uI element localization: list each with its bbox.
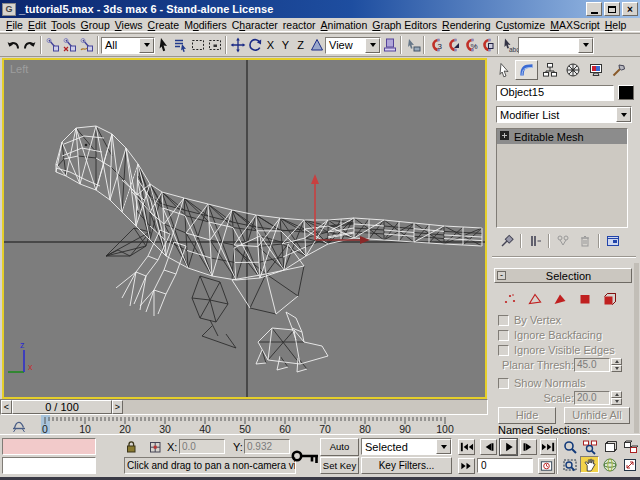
menu-edit[interactable]: Edit — [28, 19, 46, 31]
tab-display[interactable] — [584, 60, 607, 80]
pan-button[interactable] — [580, 456, 599, 473]
unhide-all-button[interactable]: Unhide All — [564, 407, 630, 424]
selection-set-arrow[interactable] — [436, 439, 451, 454]
menu-group[interactable]: Group — [81, 19, 110, 31]
select-by-name-icon[interactable] — [172, 36, 189, 54]
menu-reactor[interactable]: reactor — [283, 19, 316, 31]
scale-field[interactable]: 20.0 — [574, 391, 610, 405]
named-selection-sets-combo[interactable] — [518, 37, 594, 54]
macro-recorder-field[interactable] — [2, 438, 96, 455]
spinner-snap-icon[interactable] — [478, 36, 495, 54]
axis-x-button[interactable]: X — [263, 39, 278, 51]
tab-create[interactable] — [492, 60, 515, 80]
select-object-icon[interactable] — [155, 36, 172, 54]
hide-button[interactable]: Hide — [498, 407, 556, 424]
x-coord-field[interactable]: 0.0 — [179, 439, 225, 454]
min-max-toggle-button[interactable] — [620, 456, 639, 473]
unlink-selection-icon[interactable] — [61, 36, 78, 54]
set-key-button[interactable]: Set Key — [320, 457, 359, 474]
object-color-swatch[interactable] — [618, 85, 634, 100]
mini-curve-editor-icon[interactable] — [8, 416, 30, 433]
viewport-label[interactable]: Left — [10, 63, 28, 75]
show-normals-checkbox[interactable] — [498, 378, 509, 389]
vertex-subobject-icon[interactable] — [500, 290, 520, 307]
menu-create[interactable]: Create — [148, 19, 180, 31]
select-and-manipulate-icon[interactable] — [404, 36, 421, 54]
tab-motion[interactable] — [561, 60, 584, 80]
selection-rollout-header[interactable]: - Selection — [494, 268, 632, 283]
play-button[interactable] — [500, 439, 517, 455]
named-selection-sets-icon[interactable]: abc — [501, 36, 518, 54]
ignore-backfacing-checkbox[interactable] — [498, 330, 509, 341]
selection-filter-combo-arrow[interactable] — [139, 38, 154, 53]
selection-filter-combo[interactable]: All — [101, 37, 155, 54]
angle-snap-icon[interactable] — [444, 36, 461, 54]
previous-frame-button[interactable] — [480, 439, 497, 455]
make-unique-button[interactable] — [552, 233, 574, 250]
auto-key-button[interactable]: Auto Key — [320, 438, 359, 456]
go-to-end-button[interactable] — [540, 439, 557, 455]
selection-set-combo[interactable]: Selected — [361, 438, 452, 455]
modifier-list-arrow[interactable] — [616, 107, 631, 122]
select-and-link-icon[interactable] — [44, 36, 61, 54]
track-bar[interactable]: 0102030405060708090100 — [0, 415, 490, 434]
show-end-result-button[interactable] — [524, 233, 546, 250]
key-mode-toggle-button[interactable] — [458, 458, 475, 474]
polygon-subobject-icon[interactable] — [575, 290, 595, 307]
zoom-extents-all-button[interactable] — [620, 438, 639, 455]
scale-spinner[interactable] — [611, 391, 622, 405]
next-frame-button[interactable] — [520, 439, 537, 455]
menu-graph-editors[interactable]: Graph Editors — [372, 19, 437, 31]
menu-modifiers[interactable]: Modifiers — [184, 19, 227, 31]
arc-rotate-button[interactable] — [600, 456, 619, 473]
by-vertex-checkbox[interactable] — [498, 315, 509, 326]
window-crossing-icon[interactable] — [206, 36, 223, 54]
configure-modifier-sets-button[interactable] — [602, 233, 624, 250]
snap-toggle-icon[interactable]: 3 — [427, 36, 444, 54]
time-slider-handle[interactable]: 0 / 100 — [12, 400, 112, 414]
modifier-stack-list[interactable]: Editable Mesh — [496, 128, 628, 228]
listener-field[interactable] — [2, 457, 96, 474]
coord-system-combo[interactable]: View — [325, 37, 381, 54]
undo-icon[interactable] — [4, 36, 21, 54]
zoom-button[interactable] — [560, 438, 579, 455]
time-config-button[interactable] — [538, 458, 555, 474]
time-slider-next[interactable]: > — [112, 400, 123, 414]
key-filters-button[interactable]: Key Filters... — [361, 457, 452, 474]
remove-modifier-button[interactable] — [574, 233, 596, 250]
redo-icon[interactable] — [21, 36, 38, 54]
current-frame-field[interactable]: 0 — [477, 458, 533, 473]
element-subobject-icon[interactable] — [600, 290, 620, 307]
zoom-all-button[interactable] — [580, 438, 599, 455]
tab-hierarchy[interactable] — [538, 60, 561, 80]
axis-z-button[interactable]: Z — [293, 39, 308, 51]
face-subobject-icon[interactable] — [550, 290, 570, 307]
axis-y-button[interactable]: Y — [278, 39, 293, 51]
absolute-mode-icon[interactable] — [146, 439, 163, 455]
edge-subobject-icon[interactable] — [525, 290, 545, 307]
planar-thresh-field[interactable]: 45.0 — [574, 358, 610, 372]
percent-snap-icon[interactable]: % — [461, 36, 478, 54]
menu-character[interactable]: Character — [232, 19, 278, 31]
y-coord-field[interactable]: 0.932 — [244, 439, 290, 454]
pin-stack-button[interactable] — [496, 233, 518, 250]
menu-tools[interactable]: Tools — [51, 19, 76, 31]
selection-lock-icon[interactable] — [122, 439, 140, 455]
maximize-button[interactable] — [604, 2, 620, 16]
menu-customize[interactable]: Customize — [496, 19, 546, 31]
rect-selection-region-icon[interactable] — [189, 36, 206, 54]
minimize-button[interactable] — [586, 2, 602, 16]
select-and-move-icon[interactable] — [229, 36, 246, 54]
menu-help[interactable]: Help — [605, 19, 627, 31]
select-and-rotate-icon[interactable] — [246, 36, 263, 54]
go-to-start-button[interactable] — [458, 439, 475, 455]
menu-maxscript[interactable]: MAXScript — [550, 19, 600, 31]
named-selection-sets-combo-arrow[interactable] — [578, 38, 593, 53]
menu-animation[interactable]: Animation — [321, 19, 368, 31]
tab-utilities[interactable] — [607, 60, 630, 80]
rollout-collapse-icon[interactable]: - — [497, 271, 506, 280]
menu-rendering[interactable]: Rendering — [442, 19, 490, 31]
viewport-left[interactable]: Left zx — [2, 58, 487, 399]
menu-file[interactable]: File — [6, 19, 23, 31]
select-and-scale-icon[interactable] — [308, 36, 325, 54]
